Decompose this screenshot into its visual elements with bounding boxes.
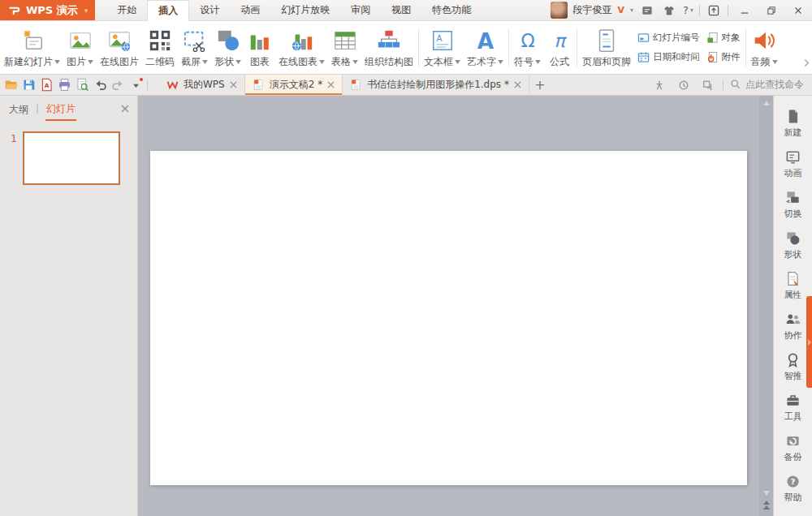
ribbon-button-图片[interactable]: 图片 <box>63 21 97 74</box>
sidebar-item-label: 帮助 <box>784 492 802 504</box>
sidebar-item-帮助[interactable]: ?帮助 <box>784 474 802 504</box>
tab-close-icon[interactable] <box>514 81 521 88</box>
picture-icon <box>68 27 93 53</box>
ribbon-button-label: 表格 <box>331 55 358 69</box>
sidebar-item-label: 属性 <box>784 289 802 301</box>
menu-tab-动画[interactable]: 动画 <box>230 0 270 20</box>
previous-slide-button[interactable] <box>763 501 770 510</box>
minimize-button[interactable] <box>734 2 755 19</box>
ribbon-button-组织结构图[interactable]: 组织结构图 <box>361 21 417 74</box>
editing-canvas[interactable] <box>138 96 773 516</box>
menu-tab-开始[interactable]: 开始 <box>106 0 147 20</box>
sidebar-item-label: 切换 <box>784 208 802 220</box>
redo-button[interactable] <box>110 76 127 93</box>
menu-tabs: 开始插入设计动画幻灯片放映审阅视图特色功能 <box>106 0 482 20</box>
slide-thumbnail[interactable] <box>23 131 120 185</box>
tab-list-icon[interactable] <box>700 77 716 93</box>
open-folder-button[interactable] <box>2 76 19 93</box>
doc-tab-3[interactable]: 书信信封绘制用图形操作1.dps * <box>343 75 529 95</box>
user-name[interactable]: 段宇俊亚 <box>573 3 612 17</box>
ribbon-button-艺术字[interactable]: A艺术字 <box>464 21 507 74</box>
doc-tab-1[interactable]: 我的WPS <box>159 75 245 95</box>
export-pdf-button[interactable]: A <box>38 76 55 93</box>
menu-tab-插入[interactable]: 插入 <box>147 0 189 21</box>
ribbon-button-label: 页眉和页脚 <box>582 55 631 69</box>
slide-page[interactable] <box>150 151 747 485</box>
ribbon-button-新建幻灯片[interactable]: 新建幻灯片 <box>1 21 63 74</box>
menu-tab-审阅[interactable]: 审阅 <box>340 0 381 20</box>
app-logo[interactable]: WPS 演示 ▾ <box>0 0 95 20</box>
history-icon[interactable] <box>676 77 692 93</box>
message-icon[interactable] <box>639 2 655 19</box>
sidebar-item-切换[interactable]: 切换 <box>784 190 802 220</box>
user-dropdown-icon[interactable]: ▾ <box>630 6 633 14</box>
side-panel-toggle[interactable] <box>806 296 812 388</box>
slide-panel: 大纲 | 幻灯片 1 <box>0 96 138 516</box>
sidebar-item-属性[interactable]: 属性 <box>784 271 802 301</box>
ribbon-button-公式[interactable]: π公式 <box>544 21 575 74</box>
ribbon-button-页眉和页脚[interactable]: 页眉和页脚 <box>579 21 634 74</box>
ribbon-button-label: 在线图表 <box>279 55 325 69</box>
scroll-up-icon[interactable] <box>763 101 770 105</box>
workspace-icon[interactable] <box>651 77 667 93</box>
menu-tab-幻灯片放映[interactable]: 幻灯片放映 <box>270 0 340 20</box>
dropdown-caret-icon <box>535 60 541 64</box>
tab-outline[interactable]: 大纲 <box>8 98 29 120</box>
vertical-scrollbar[interactable] <box>759 96 773 516</box>
ribbon-button-在线图片[interactable]: 在线图片 <box>97 21 142 74</box>
ribbon-button-图表[interactable]: 图表 <box>244 21 275 74</box>
export-pdf-icon: A <box>40 78 54 92</box>
menu-tab-设计[interactable]: 设计 <box>189 0 230 20</box>
tab-close-icon[interactable] <box>230 81 237 88</box>
wordart-icon: A <box>473 27 498 53</box>
ribbon-button-文本框[interactable]: A文本框 <box>421 21 464 74</box>
properties-icon <box>785 271 801 286</box>
upload-icon[interactable] <box>706 2 722 19</box>
sidebar-item-动画[interactable]: 动画 <box>784 149 802 179</box>
dropdown-caret-icon <box>54 60 60 64</box>
panel-close-icon[interactable] <box>121 103 129 115</box>
ribbon-button-音频[interactable]: 音频 <box>748 21 781 74</box>
ribbon-button-在线图表[interactable]: 在线图表 <box>275 21 328 74</box>
menu-tab-视图[interactable]: 视图 <box>381 0 421 20</box>
sidebar-item-协作[interactable]: 协作 <box>784 312 802 342</box>
tab-slides[interactable]: 幻灯片 <box>45 97 76 121</box>
ribbon-button-符号[interactable]: Ω符号 <box>511 21 544 74</box>
user-avatar[interactable] <box>551 2 568 19</box>
sidebar-item-形状[interactable]: 形状 <box>784 230 802 260</box>
ribbon-button-对象[interactable]: 对象 <box>706 32 741 44</box>
sidebar-item-智推[interactable]: 智推 <box>784 352 802 382</box>
ribbon-button-二维码[interactable]: 二维码 <box>142 21 178 74</box>
command-search[interactable]: 点此查找命令 <box>723 75 812 95</box>
ribbon-button-形状[interactable]: 形状 <box>211 21 244 74</box>
backup-icon <box>785 433 801 449</box>
scroll-down-icon[interactable] <box>763 491 770 496</box>
ribbon-button-附件[interactable]: 附件 <box>706 51 741 63</box>
new-tab-button[interactable]: + <box>529 75 551 95</box>
close-button[interactable] <box>788 2 809 19</box>
titlebar-separator <box>728 5 728 16</box>
ribbon-button-日期和时间[interactable]: 日期和时间 <box>637 51 700 63</box>
print-preview-button[interactable] <box>74 76 91 93</box>
qat-caret-button[interactable] <box>127 76 145 93</box>
doc-tab-2[interactable]: 演示文稿2 * <box>245 75 343 95</box>
undo-button[interactable] <box>92 76 109 93</box>
print-button[interactable] <box>56 76 73 93</box>
ribbon-button-label: 日期和时间 <box>653 51 700 63</box>
ribbon-expand-button[interactable] <box>803 56 811 69</box>
sidebar-item-工具[interactable]: 工具 <box>784 393 802 423</box>
menu-tab-特色功能[interactable]: 特色功能 <box>421 0 482 20</box>
save-button[interactable] <box>20 76 37 93</box>
sidebar-item-新建[interactable]: 新建 <box>784 109 802 139</box>
titlebar-separator <box>699 5 700 16</box>
help-menu[interactable]: ?▾ <box>683 2 693 19</box>
skin-icon[interactable] <box>661 2 677 19</box>
ribbon-button-表格[interactable]: 表格 <box>328 21 361 74</box>
ribbon-button-截屏[interactable]: 截屏 <box>178 21 211 74</box>
save-icon <box>22 78 36 92</box>
ribbon-button-幻灯片编号[interactable]: 幻灯片编号 <box>637 32 700 44</box>
tab-close-icon[interactable] <box>327 81 335 88</box>
member-badge: V <box>618 5 625 15</box>
sidebar-item-备份[interactable]: 备份 <box>784 433 802 463</box>
restore-button[interactable] <box>761 2 782 19</box>
